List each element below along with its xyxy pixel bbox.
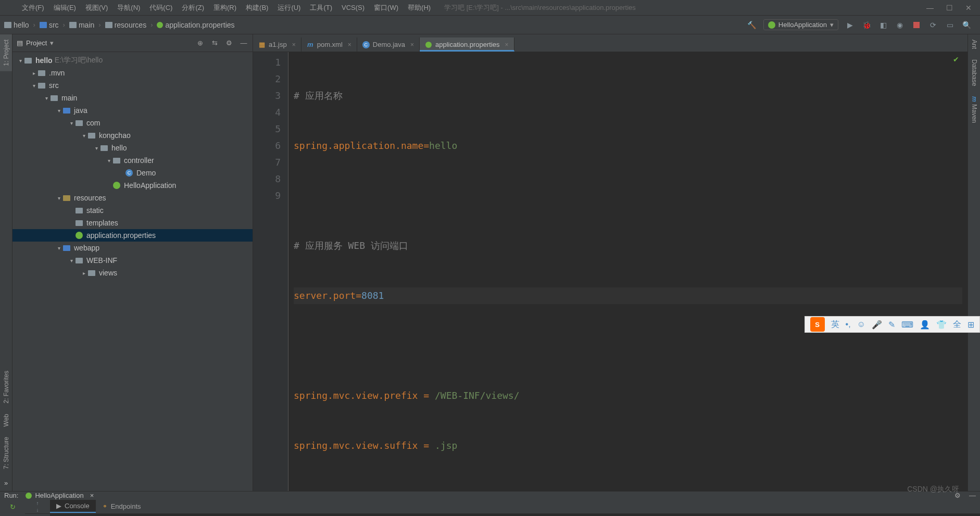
tab-a1jsp[interactable]: ▦ a1.jsp× — [253, 37, 301, 52]
expand-arrow-icon[interactable]: ▾ — [105, 158, 112, 163]
breadcrumb-file[interactable]: application.properties — [157, 21, 234, 29]
tree-demo[interactable]: C Demo — [12, 167, 253, 179]
menu-tools[interactable]: 工具(T) — [306, 3, 336, 12]
tree-java[interactable]: ▾ java — [12, 104, 253, 117]
close-icon[interactable]: × — [348, 41, 351, 48]
stop-button[interactable] — [911, 20, 922, 30]
close-icon[interactable]: × — [505, 41, 509, 48]
hide-icon[interactable]: — — [239, 39, 248, 48]
tree-com[interactable]: ▾ com — [12, 117, 253, 129]
menu-build[interactable]: 构建(B) — [242, 3, 272, 12]
expand-arrow-icon[interactable]: ▾ — [68, 258, 75, 263]
menu-code[interactable]: 代码(C) — [145, 3, 177, 12]
collapse-icon[interactable]: ⇆ — [210, 39, 219, 48]
tree-main[interactable]: ▾ main — [12, 92, 253, 104]
run-config-dropdown[interactable]: HelloApplication ▾ — [763, 19, 838, 30]
tree-webapp[interactable]: ▾ webapp — [12, 242, 253, 254]
tab-demo[interactable]: C Demo.java× — [357, 37, 420, 52]
menu-view[interactable]: 视图(V) — [81, 3, 112, 12]
expand-arrow-icon[interactable]: ▾ — [68, 120, 75, 126]
breadcrumb-main[interactable]: main — [69, 21, 94, 29]
ime-keyboard-icon[interactable]: ⌨ — [901, 320, 913, 330]
close-icon[interactable]: ✕ — [965, 4, 972, 12]
expand-arrow-icon[interactable]: ▾ — [55, 245, 62, 251]
ime-punct-icon[interactable]: •, — [846, 320, 851, 329]
editor-body[interactable]: 1 2 3 4 5 6 7 8 9 # 应用名称 spring.applicat… — [253, 52, 968, 491]
ime-emoji-icon[interactable]: ☺ — [857, 320, 865, 329]
search-icon[interactable]: 🔍 — [961, 20, 972, 30]
tab-console[interactable]: ▶ Console — [50, 500, 96, 513]
menu-analyze[interactable]: 分析(Z) — [178, 3, 208, 12]
tree-kongchao[interactable]: ▾ kongchao — [12, 129, 253, 142]
menu-run[interactable]: 运行(U) — [273, 3, 305, 12]
hide-icon[interactable]: — — [969, 492, 976, 499]
expand-arrow-icon[interactable]: ▾ — [55, 195, 62, 201]
expand-arrow-icon[interactable]: ▾ — [17, 58, 24, 64]
code-area[interactable]: # 应用名称 spring.application.name=hello # 应… — [288, 52, 968, 491]
menu-edit[interactable]: 编辑(E) — [49, 3, 80, 12]
menu-vcs[interactable]: VCS(S) — [337, 4, 369, 11]
down-arrow-icon[interactable]: ↓ — [36, 507, 39, 513]
tree-webinf[interactable]: ▾ WEB-INF — [12, 254, 253, 267]
breadcrumb-src[interactable]: src — [40, 21, 59, 29]
project-panel-title[interactable]: ▤ Project ▾ — [17, 39, 54, 47]
menu-navigate[interactable]: 导航(N) — [113, 3, 144, 12]
tree-mvn[interactable]: ▸ .mvn — [12, 67, 253, 79]
ime-full[interactable]: 全 — [953, 319, 961, 330]
ime-person-icon[interactable]: 👤 — [920, 320, 930, 330]
inspection-ok-icon[interactable]: ✔ — [953, 55, 959, 64]
ime-mic-icon[interactable]: 🎤 — [872, 320, 882, 330]
locate-icon[interactable]: ⊕ — [195, 39, 205, 48]
tree-static[interactable]: static — [12, 204, 253, 217]
close-icon[interactable]: × — [410, 41, 414, 48]
ime-lang[interactable]: 英 — [831, 319, 839, 330]
tree-root[interactable]: ▾ hello E:\学习吧\hello — [12, 54, 253, 67]
tree-templates[interactable]: templates — [12, 217, 253, 229]
tree-controller[interactable]: ▾ controller — [12, 154, 253, 167]
tree-helloapp[interactable]: HelloApplication — [12, 179, 253, 192]
tab-endpoints[interactable]: ⚬ Endpoints — [96, 500, 147, 512]
expand-arrow-icon[interactable]: ▾ — [55, 108, 62, 114]
debug-icon[interactable]: 🐞 — [861, 20, 872, 30]
tab-project[interactable]: 1: Project — [0, 34, 12, 71]
tree-appprops[interactable]: application.properties — [12, 229, 253, 242]
rerun-icon[interactable]: ↻ — [7, 501, 18, 512]
expand-arrow-icon[interactable]: ▸ — [80, 270, 87, 276]
expand-arrow-icon[interactable]: ▾ — [80, 133, 87, 139]
menu-file[interactable]: 文件(F) — [18, 3, 48, 12]
tab-web[interactable]: Web — [0, 409, 12, 432]
tab-appprops[interactable]: application.properties× — [420, 37, 514, 52]
up-arrow-icon[interactable]: ↑ — [36, 500, 39, 506]
expand-arrow-icon[interactable]: ▾ — [43, 95, 50, 101]
console-output[interactable]: 2021-10-02 21:11:39.772 INFO 44028 --- [… — [50, 514, 980, 516]
breadcrumb-resources[interactable]: resources — [105, 21, 146, 29]
layout-icon[interactable]: ▭ — [945, 20, 955, 30]
tree-src[interactable]: ▾ src — [12, 79, 253, 92]
expand-arrow-icon[interactable]: ▾ — [93, 145, 100, 151]
tree-views[interactable]: ▸ views — [12, 267, 253, 279]
tab-database[interactable]: Database — [968, 54, 980, 91]
minimize-icon[interactable]: — — [926, 4, 934, 12]
tree-resources[interactable]: ▾ resources — [12, 192, 253, 204]
maximize-icon[interactable]: ☐ — [946, 4, 953, 12]
expand-arrow-icon[interactable]: ▾ — [30, 83, 37, 89]
build-icon[interactable]: 🔨 — [747, 20, 757, 30]
breadcrumb-hello[interactable]: hello — [4, 21, 29, 29]
more-icon[interactable]: » — [0, 474, 12, 491]
sogou-icon[interactable]: S — [810, 317, 825, 332]
menu-help[interactable]: 帮助(H) — [404, 3, 435, 12]
coverage-icon[interactable]: ◧ — [878, 20, 888, 30]
tab-pom[interactable]: m pom.xml× — [301, 37, 357, 52]
profile-icon[interactable]: ◉ — [895, 20, 905, 30]
tab-maven[interactable]: m Maven — [968, 91, 980, 128]
close-icon[interactable]: × — [292, 41, 296, 48]
tab-structure[interactable]: 7: Structure — [0, 432, 12, 474]
update-icon[interactable]: ⟳ — [928, 20, 938, 30]
run-icon[interactable]: ▶ — [845, 20, 855, 30]
tab-favorites[interactable]: 2: Favorites — [0, 366, 12, 409]
ime-pencil-icon[interactable]: ✎ — [888, 320, 895, 330]
menu-refactor[interactable]: 重构(R) — [209, 3, 241, 12]
gear-icon[interactable]: ⚙ — [224, 39, 234, 48]
ime-toolbar[interactable]: S 英 •, ☺ 🎤 ✎ ⌨ 👤 👕 全 ⊞ — [805, 316, 980, 333]
tab-ant[interactable]: Ant — [968, 34, 980, 54]
